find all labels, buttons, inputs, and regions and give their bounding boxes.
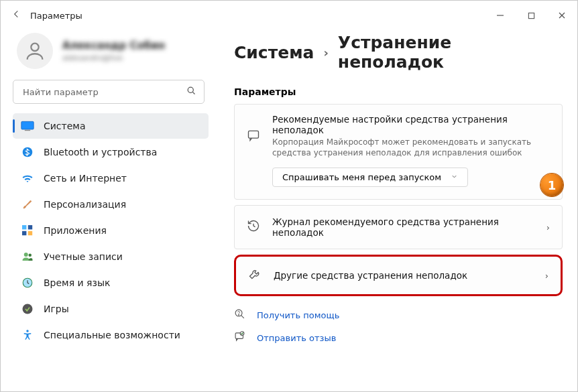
sidebar-item-time[interactable]: Время и язык (13, 270, 209, 296)
feedback-link[interactable]: Отправить отзыв (234, 331, 563, 344)
sidebar-item-label: Система (44, 121, 85, 131)
sidebar-item-system[interactable]: Система (13, 113, 209, 139)
sidebar-item-accounts[interactable]: Учетные записи (13, 244, 209, 269)
search-input[interactable] (13, 80, 205, 104)
other-label: Другие средства устранения неполадок (274, 270, 534, 281)
profile-block[interactable]: Александр Собин aleksandrs@live (13, 30, 209, 80)
sidebar-item-label: Персонализация (44, 199, 126, 210)
svg-point-22 (239, 315, 239, 316)
wrench-icon (248, 267, 263, 283)
window-title: Параметры (30, 11, 82, 21)
svg-rect-1 (528, 13, 534, 18)
accounts-icon (21, 250, 34, 263)
system-icon (21, 119, 34, 133)
close-button[interactable] (546, 1, 577, 30)
profile-name: Александр Собин (62, 40, 165, 52)
sidebar-item-label: Время и язык (44, 277, 110, 288)
dropdown-value: Спрашивать меня перед запуском (282, 172, 441, 182)
profile-email: aleksandrs@live (62, 54, 165, 62)
svg-rect-8 (25, 130, 30, 131)
dialog-icon (247, 114, 262, 187)
chevron-right-icon: › (545, 271, 548, 281)
breadcrumb-parent[interactable]: Система (234, 43, 314, 62)
avatar (17, 33, 53, 69)
svg-point-19 (26, 330, 28, 332)
sidebar-item-label: Учетные записи (44, 251, 123, 262)
search-box[interactable] (13, 80, 205, 104)
svg-rect-10 (22, 225, 26, 229)
sidebar: Александр Собин aleksandrs@live Система … (1, 30, 215, 391)
recommended-title: Рекомендуемые настройки средства устране… (272, 114, 550, 135)
recommended-dropdown[interactable]: Спрашивать меня перед запуском (272, 168, 468, 187)
chevron-right-icon: › (546, 222, 550, 233)
history-row[interactable]: Журнал рекомендуемого средства устранени… (234, 205, 563, 249)
footer-links: Получить помощь Отправить отзыв (234, 308, 563, 344)
sidebar-item-label: Приложения (44, 225, 107, 236)
recommended-card: Рекомендуемые настройки средства устране… (234, 104, 563, 200)
wifi-icon (21, 172, 34, 185)
gaming-icon (21, 302, 34, 316)
sidebar-item-personalization[interactable]: Персонализация (13, 192, 209, 217)
bluetooth-icon (21, 145, 34, 159)
brush-icon (21, 198, 34, 211)
history-label: Журнал рекомендуемого средства устранени… (272, 216, 536, 238)
help-icon (234, 308, 247, 322)
maximize-button[interactable] (516, 1, 546, 30)
sidebar-item-label: Сеть и Интернет (44, 173, 127, 184)
main-content: Система › Устранение неполадок Параметры… (215, 30, 577, 391)
search-icon (186, 86, 196, 98)
apps-icon (21, 224, 34, 237)
sidebar-item-apps[interactable]: Приложения (13, 218, 209, 243)
sidebar-item-network[interactable]: Сеть и Интернет (13, 166, 209, 191)
svg-rect-20 (249, 131, 259, 138)
svg-rect-7 (21, 121, 34, 129)
feedback-link-label: Отправить отзыв (257, 333, 336, 343)
section-header: Параметры (234, 86, 563, 97)
titlebar: Параметры (1, 1, 577, 30)
svg-line-6 (192, 92, 194, 94)
minimize-button[interactable] (485, 1, 516, 30)
svg-rect-13 (28, 231, 32, 235)
svg-point-15 (29, 254, 32, 257)
svg-rect-11 (28, 225, 32, 229)
svg-point-5 (188, 87, 193, 92)
history-icon (247, 219, 262, 235)
chevron-right-icon: › (323, 46, 328, 60)
sidebar-item-label: Bluetooth и устройства (44, 147, 157, 157)
recommended-desc: Корпорация Майкрософт может рекомендоват… (272, 137, 550, 158)
sidebar-item-label: Специальные возможности (44, 330, 180, 340)
window-controls (485, 1, 577, 30)
back-button[interactable] (11, 9, 30, 22)
sidebar-item-label: Игры (44, 304, 69, 314)
other-troubleshooters-row[interactable]: Другие средства устранения неполадок › (234, 255, 563, 296)
page-title: Устранение неполадок (338, 33, 563, 72)
svg-point-4 (31, 44, 38, 51)
nav-list: Система Bluetooth и устройства Сеть и Ин… (13, 113, 209, 348)
sidebar-item-gaming[interactable]: Игры (13, 296, 209, 322)
breadcrumb: Система › Устранение неполадок (234, 33, 563, 72)
accessibility-icon (21, 328, 34, 342)
svg-rect-12 (22, 231, 26, 235)
clock-icon (21, 276, 34, 289)
feedback-icon (234, 331, 247, 344)
sidebar-item-bluetooth[interactable]: Bluetooth и устройства (13, 139, 209, 165)
help-link-label: Получить помощь (257, 310, 339, 320)
sidebar-item-accessibility[interactable]: Специальные возможности (13, 322, 209, 348)
svg-point-18 (23, 304, 33, 314)
chevron-down-icon (451, 172, 458, 182)
svg-point-14 (24, 253, 28, 257)
help-link[interactable]: Получить помощь (234, 308, 563, 322)
